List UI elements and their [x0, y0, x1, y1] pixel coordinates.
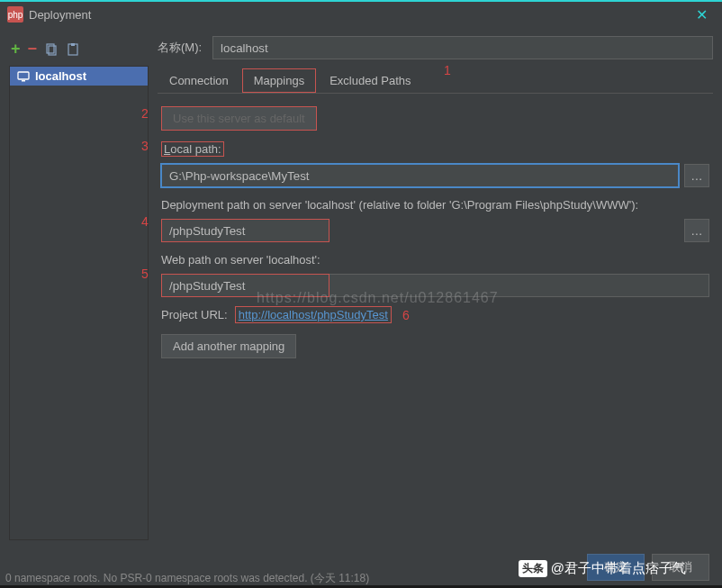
svg-rect-3 [71, 43, 75, 46]
deploy-path-label: Deployment path on server 'localhost' (r… [161, 198, 709, 212]
add-mapping-button[interactable]: Add another mapping [161, 334, 296, 358]
server-list: localhost [9, 66, 149, 540]
statusbar: 0 namespace roots. No PSR-0 namespace ro… [0, 569, 375, 588]
dialog-body: + − localhost 名称(M): 1 [0, 27, 722, 585]
web-path-label: Web path on server 'localhost': [161, 253, 709, 267]
attribution: 头条 @君子中带着点痞子气 [519, 560, 686, 577]
name-label: 名称(M): [158, 40, 202, 56]
annotation-1: 1 [444, 63, 451, 77]
server-item-label: localhost [35, 69, 86, 83]
deploy-path-input-highlight[interactable] [161, 219, 329, 242]
window-title: Deployment [29, 8, 688, 22]
browse-local-path-button[interactable]: … [684, 164, 709, 187]
left-panel: + − localhost [9, 36, 149, 540]
web-path-input-highlight[interactable] [161, 274, 329, 297]
mappings-tab-content: 2 Use this server as default 3 LLocal pa… [158, 94, 713, 371]
app-icon: php [7, 6, 23, 23]
use-default-button[interactable]: Use this server as default [161, 106, 317, 131]
attribution-handle: @君子中带着点痞子气 [551, 560, 686, 577]
add-icon[interactable]: + [11, 40, 21, 59]
tab-excluded-paths[interactable]: Excluded Paths [318, 68, 422, 93]
annotation-5: 5 [141, 267, 149, 281]
close-icon[interactable]: ✕ [688, 1, 715, 28]
annotation-3: 3 [141, 139, 149, 153]
right-panel: 名称(M): 1 Connection Mappings Excluded Pa… [158, 36, 713, 540]
local-path-label: LLocal path:ocal path: [161, 141, 224, 157]
annotation-4: 4 [141, 214, 149, 229]
svg-rect-4 [18, 72, 29, 79]
name-input[interactable] [212, 36, 713, 59]
copy-icon[interactable] [44, 42, 59, 57]
local-path-input[interactable] [161, 164, 679, 187]
browse-deploy-path-button[interactable]: … [684, 219, 709, 242]
server-toolbar: + − [9, 36, 149, 66]
tab-mappings[interactable]: Mappings [242, 68, 316, 93]
tabs: Connection Mappings Excluded Paths [158, 68, 713, 94]
project-url-label: Project URL: [161, 308, 228, 321]
project-url-link[interactable]: http://localhost/phpStudyTest [235, 306, 392, 323]
annotation-6: 6 [402, 308, 410, 322]
attribution-logo: 头条 [519, 560, 547, 577]
svg-rect-5 [22, 80, 25, 82]
tab-connection[interactable]: Connection [158, 68, 240, 93]
remove-icon[interactable]: − [28, 40, 38, 59]
server-item-localhost[interactable]: localhost [10, 67, 148, 86]
paste-icon[interactable] [66, 42, 80, 57]
annotation-2: 2 [141, 106, 149, 121]
titlebar: php Deployment ✕ [0, 0, 722, 27]
